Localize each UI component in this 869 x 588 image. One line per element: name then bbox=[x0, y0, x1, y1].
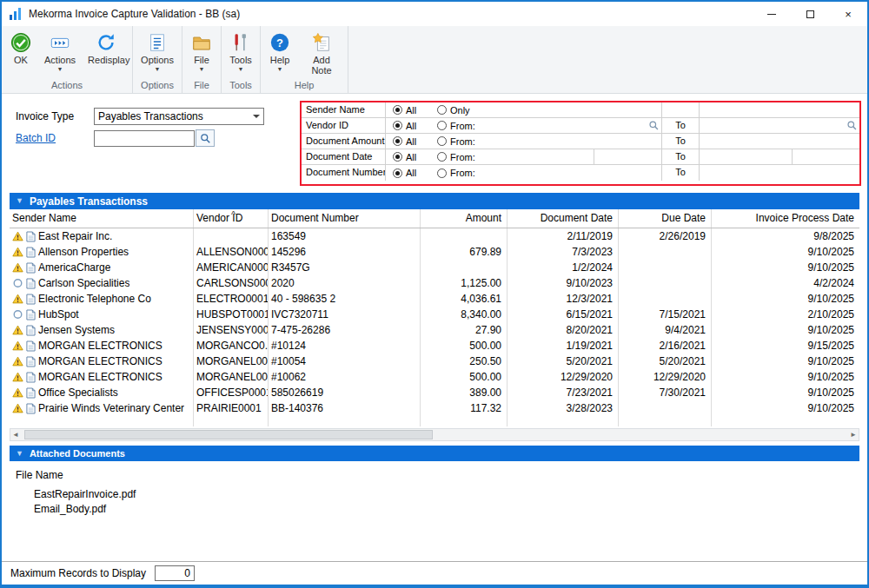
minimize-button[interactable] bbox=[753, 2, 791, 26]
document-amount-all-radio[interactable]: All bbox=[386, 134, 435, 149]
table-row[interactable]: Allenson PropertiesALLENSON0001145296679… bbox=[10, 244, 859, 260]
document-icon bbox=[26, 403, 36, 414]
document-icon bbox=[26, 231, 36, 242]
document-number-to-input[interactable] bbox=[700, 165, 859, 181]
cell-process-date: 9/10/2025 bbox=[711, 322, 859, 338]
lookup-icon[interactable] bbox=[648, 120, 660, 133]
column-header-invoice-process-date[interactable]: Invoice Process Date bbox=[711, 209, 859, 228]
actions-button[interactable]: Actions ▼ bbox=[38, 29, 82, 72]
document-icon bbox=[26, 340, 36, 352]
column-header-sender-name[interactable]: Sender Name bbox=[10, 209, 193, 228]
document-date-to-input[interactable] bbox=[700, 149, 859, 164]
table-row[interactable]: Carlson SpecialitiesCARLSONS000120201,12… bbox=[10, 275, 859, 291]
cell-vendor-id: MORGANEL0007 bbox=[193, 353, 268, 369]
collapse-arrow-icon: ▼ bbox=[16, 450, 23, 458]
vendor-id-from-radio[interactable]: From: bbox=[435, 118, 501, 133]
batch-id-lookup-button[interactable] bbox=[196, 129, 215, 147]
add-note-icon bbox=[310, 31, 333, 54]
document-date-from-input[interactable] bbox=[501, 149, 661, 164]
cell-doc-date: 7/23/2021 bbox=[507, 385, 618, 400]
table-row[interactable]: MORGAN ELECTRONICSMORGANEL0007#10062500.… bbox=[10, 369, 859, 385]
cell-doc-number: IVC7320711 bbox=[268, 307, 420, 322]
attached-file-item[interactable]: EastRepairInvoice.pdf bbox=[10, 487, 867, 502]
column-header-document-date[interactable]: Document Date bbox=[507, 209, 618, 228]
tools-icon bbox=[229, 31, 252, 54]
cell-due-date bbox=[618, 291, 711, 307]
document-amount-to-input[interactable] bbox=[700, 134, 859, 149]
batch-id-link[interactable]: Batch ID bbox=[16, 132, 94, 144]
document-icon bbox=[26, 309, 36, 320]
document-amount-from-radio[interactable]: From: bbox=[435, 134, 501, 149]
cell-sender: Jensen Systems bbox=[10, 322, 193, 338]
table-row[interactable]: Electronic Telephone CoELECTRO000140 - 5… bbox=[10, 291, 859, 307]
filter-label: Document Date bbox=[302, 149, 386, 164]
table-row[interactable]: MORGAN ELECTRONICSMORGANEL0007#10054250.… bbox=[10, 353, 859, 369]
redisplay-button[interactable]: Redisplay bbox=[82, 29, 130, 65]
dropdown-arrow-icon: ▼ bbox=[155, 66, 161, 72]
cell-doc-date: 8/20/2021 bbox=[507, 322, 618, 338]
sender-name-only-radio[interactable]: Only bbox=[435, 102, 501, 117]
table-row[interactable]: Jensen SystemsJENSENSY00017-475-2628627.… bbox=[10, 322, 859, 338]
help-label: Help bbox=[270, 55, 290, 65]
to-label: To bbox=[661, 134, 700, 149]
options-label: Options bbox=[141, 55, 174, 65]
filter-label: Sender Name bbox=[302, 102, 386, 117]
radio-icon bbox=[393, 168, 402, 178]
radio-label: All bbox=[406, 168, 416, 178]
scrollbar-thumb[interactable] bbox=[24, 430, 433, 439]
document-date-from-radio[interactable]: From: bbox=[435, 149, 501, 164]
to-label: To bbox=[661, 149, 700, 164]
table-row[interactable]: Prairie Winds Veterinary CenterPRAIRIE00… bbox=[10, 400, 859, 416]
invoice-type-select[interactable]: Payables Transactions bbox=[94, 108, 264, 125]
attached-documents-header[interactable]: ▼ Attached Documents bbox=[10, 446, 859, 461]
column-header-vendor-id[interactable]: ^Vendor ID bbox=[193, 209, 268, 228]
column-header-amount[interactable]: Amount bbox=[420, 209, 507, 228]
options-button[interactable]: Options ▼ bbox=[135, 29, 180, 72]
vendor-id-to-input[interactable] bbox=[700, 118, 859, 133]
cell-process-date: 9/10/2025 bbox=[711, 400, 859, 416]
table-row[interactable]: Office SpecialistsOFFICESP00015850266193… bbox=[10, 385, 859, 400]
ok-button[interactable]: OK bbox=[3, 29, 38, 65]
column-header-document-number[interactable]: Document Number bbox=[268, 209, 420, 228]
cell-due-date bbox=[618, 275, 711, 291]
lookup-icon[interactable] bbox=[846, 120, 858, 133]
maximize-button[interactable] bbox=[791, 2, 829, 26]
horizontal-scrollbar[interactable]: ◄ ► bbox=[10, 428, 859, 441]
tools-button[interactable]: Tools ▼ bbox=[223, 29, 258, 72]
batch-id-input[interactable] bbox=[94, 130, 195, 147]
max-records-input[interactable] bbox=[155, 565, 195, 581]
close-button[interactable]: × bbox=[829, 2, 867, 26]
cell-amount: 4,036.61 bbox=[420, 291, 507, 307]
add-note-button[interactable]: Add Note bbox=[297, 29, 346, 76]
file-button[interactable]: File ▼ bbox=[184, 29, 219, 72]
radio-icon bbox=[393, 121, 402, 130]
document-number-all-radio[interactable]: All bbox=[386, 165, 435, 181]
scroll-right-icon[interactable]: ► bbox=[850, 432, 857, 439]
warning-icon bbox=[12, 403, 23, 413]
cell-sender: AmericaCharge bbox=[10, 260, 193, 275]
svg-text:?: ? bbox=[276, 36, 283, 50]
document-amount-from-input[interactable] bbox=[501, 134, 661, 149]
document-date-all-radio[interactable]: All bbox=[386, 149, 435, 164]
payables-section-header[interactable]: ▼ Payables Transactionss bbox=[10, 193, 859, 209]
vendor-id-all-radio[interactable]: All bbox=[386, 118, 435, 133]
table-row[interactable]: HubSpotHUBSPOT0001IVC73207118,340.006/15… bbox=[10, 307, 859, 322]
cell-due-date: 9/4/2021 bbox=[618, 322, 711, 338]
sender-name-all-radio[interactable]: All bbox=[386, 102, 435, 117]
ok-label: OK bbox=[14, 55, 28, 65]
radio-icon bbox=[437, 152, 447, 162]
table-row[interactable]: AmericaChargeAMERICAN0001R3457G1/2/20249… bbox=[10, 260, 859, 275]
table-row[interactable]: MORGAN ELECTRONICSMORGANCO0...#10124500.… bbox=[10, 338, 859, 353]
scroll-left-icon[interactable]: ◄ bbox=[12, 432, 19, 439]
vendor-id-from-input[interactable] bbox=[501, 118, 661, 133]
toolbar-group-options: Options ▼ Options bbox=[133, 26, 182, 93]
table-row[interactable]: East Repair Inc.1635492/11/20192/26/2019… bbox=[10, 228, 859, 244]
attached-file-item[interactable]: Email_Body.pdf bbox=[10, 502, 867, 517]
sender-name-text: MORGAN ELECTRONICS bbox=[38, 369, 163, 385]
column-header-due-date[interactable]: Due Date bbox=[618, 209, 711, 228]
help-button[interactable]: ? Help ▼ bbox=[262, 29, 297, 72]
document-number-from-radio[interactable]: From: bbox=[435, 165, 501, 181]
title-bar: Mekorma Invoice Capture Validation - BB … bbox=[2, 2, 867, 26]
cell-vendor-id: HUBSPOT0001 bbox=[193, 307, 268, 322]
document-number-from-input[interactable] bbox=[501, 165, 661, 181]
